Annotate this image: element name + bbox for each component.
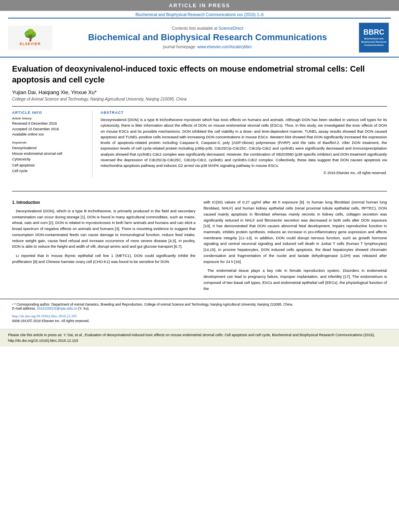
abstract-col: ABSTRACT Deoxynivalenol (DON) is a type …: [101, 111, 387, 177]
section-divider: [12, 191, 387, 191]
keyword-1: Deoxynivalenol: [12, 145, 86, 151]
keywords-section: Keywords: Deoxynivalenol Mouse endometri…: [12, 141, 86, 174]
article-affiliation: College of Animal Science and Technology…: [12, 97, 387, 101]
footnote-text: * Corresponding author. Department of An…: [14, 302, 293, 306]
homepage-url[interactable]: www.elsevier.com/locate/ybbrc: [197, 45, 252, 49]
citation-text: Please cite this article in press as: Y.…: [8, 333, 375, 343]
footnote-star-symbol: *: [12, 303, 13, 306]
article-history: Article history: Received 9 December 201…: [12, 117, 86, 138]
article-title: Evaluation of deoxynivalenol-induced tox…: [12, 64, 387, 85]
email-label: E-mail address:: [12, 306, 36, 310]
journal-homepage: journal homepage: www.elsevier.com/locat…: [60, 45, 355, 49]
footnote-star-note: * * Corresponding author. Department of …: [12, 302, 387, 306]
issn-line: 0006-291X/© 2016 Elsevier Inc. All right…: [0, 319, 399, 325]
article-info-col: ARTICLE INFO Article history: Received 9…: [12, 111, 93, 177]
header-left: 🌳 ELSEVIER: [8, 26, 56, 50]
available-date: Available online xxx: [12, 132, 86, 138]
journal-title: Biochemical and Biophysical Research Com…: [60, 32, 355, 43]
keyword-2: Mouse endometrial stromal cell: [12, 151, 86, 156]
bbrc-logo: BBRC Biochemical andBiophysical Research…: [359, 23, 389, 53]
homepage-label: journal homepage:: [163, 45, 196, 49]
issn-text: 0006-291X/© 2016 Elsevier Inc. All right…: [12, 319, 89, 323]
body-left-col: 1. Introduction Deoxynivalenol (DON), wh…: [12, 199, 195, 295]
abstract-title: ABSTRACT: [101, 111, 387, 115]
article-authors: Yujian Dai, Haiqiang Xie, Yinxue Xu*: [12, 89, 387, 95]
body-columns: 1. Introduction Deoxynivalenol (DON), wh…: [0, 195, 399, 299]
accepted-date: Accepted 15 December 2016: [12, 127, 86, 132]
keywords-label: Keywords:: [12, 141, 86, 144]
header-center: Contents lists available at ScienceDirec…: [60, 26, 355, 49]
page-wrapper: ARTICLE IN PRESS Biochemical and Biophys…: [0, 0, 399, 532]
info-abstract-row: ARTICLE INFO Article history: Received 9…: [12, 106, 387, 177]
banner-text: ARTICLE IN PRESS: [169, 2, 230, 8]
contents-available: Contents lists available at ScienceDirec…: [60, 26, 355, 31]
bbrc-label: BBRC: [364, 28, 385, 37]
article-in-press-banner: ARTICLE IN PRESS: [0, 0, 399, 11]
keyword-3: Cytotoxicity: [12, 156, 86, 162]
journal-ref-line: Biochemical and Biophysical Research Com…: [0, 11, 399, 18]
received-date: Received 9 December 2016: [12, 121, 86, 127]
sciencedirect-link[interactable]: ScienceDirect: [218, 26, 243, 31]
keyword-5: Cell cycle: [12, 168, 86, 174]
copyright-line: © 2016 Elsevier Inc. All rights reserved…: [101, 171, 387, 175]
intro-heading: 1. Introduction: [12, 199, 195, 206]
right-para-1: with IC(50) values of 0.27 μg/ml after 4…: [204, 199, 387, 265]
journal-ref-text: Biochemical and Biophysical Research Com…: [136, 12, 264, 17]
elsevier-tree-icon: 🌳: [23, 30, 37, 41]
body-right-col: with IC(50) values of 0.27 μg/ml after 4…: [204, 199, 387, 295]
right-para-2: The endometrial tissue plays a key role …: [204, 268, 387, 292]
keyword-4: Cell apoptosis: [12, 162, 86, 168]
doi-line: http://dx.doi.org/10.1016/j.bbrc.2016.12…: [0, 312, 399, 319]
elsevier-logo: 🌳 ELSEVIER: [8, 26, 52, 50]
footnote-email: E-mail address: 201410502S@njau.edu.cn (…: [12, 306, 387, 310]
email-link[interactable]: 201410502S@njau.edu.cn: [37, 306, 77, 310]
footnote-area: * * Corresponding author. Department of …: [0, 299, 399, 312]
email-suffix: (Y. Xu).: [78, 306, 90, 310]
journal-header: 🌳 ELSEVIER Contents lists available at S…: [0, 18, 399, 58]
intro-para-2: Li reported that in mouse thymic epithel…: [12, 253, 195, 265]
bbrc-subtitle: Biochemical andBiophysical ResearchCommu…: [361, 37, 386, 47]
article-info-title: ARTICLE INFO: [12, 111, 86, 115]
article-content: Evaluation of deoxynivalenol-induced tox…: [0, 58, 399, 187]
doi-text[interactable]: http://dx.doi.org/10.1016/j.bbrc.2016.12…: [12, 314, 77, 318]
abstract-text: Deoxynivalenol (DON) is a type B trichot…: [101, 117, 387, 168]
intro-para-1: Deoxynivalenol (DON), which is a type B …: [12, 208, 195, 250]
citation-bar: Please cite this article in press as: Y.…: [0, 329, 399, 347]
contents-label: Contents lists available at: [172, 26, 217, 31]
header-right: BBRC Biochemical andBiophysical Research…: [359, 23, 391, 53]
elsevier-brand: ELSEVIER: [20, 42, 41, 46]
history-label: Article history:: [12, 117, 86, 120]
